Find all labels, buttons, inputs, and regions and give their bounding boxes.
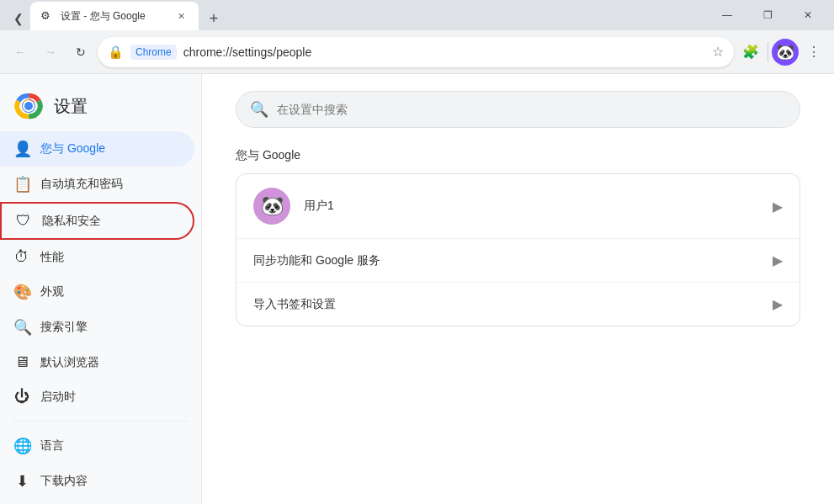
minimize-button[interactable]: —: [708, 2, 746, 29]
card-item-label-import: 导入书签和设置: [253, 297, 759, 312]
sidebar-label-you-google: 您与 Google: [40, 141, 105, 157]
window-controls: — ❐ ✕: [708, 2, 834, 29]
tab-bar: ❮ ⚙ 设置 - 您与 Google ✕ +: [0, 0, 708, 30]
card-item-label-sync: 同步功能和 Google 服务: [253, 253, 759, 268]
sidebar-nav: 👤您与 Google📋自动填充和密码🛡隐私和安全⏱性能🎨外观🔍搜索引擎🖥默认浏览…: [0, 131, 201, 504]
tab-scroll-button[interactable]: ❮: [7, 7, 30, 30]
sidebar-header: 设置: [0, 74, 201, 131]
sidebar-divider-2: [13, 421, 188, 422]
sidebar-item-browser[interactable]: 🖥默认浏览器: [0, 345, 194, 379]
search-input[interactable]: [277, 103, 786, 116]
sidebar-icon-browser: 🖥: [13, 353, 30, 371]
sidebar-icon-language: 🌐: [13, 437, 30, 455]
menu-button[interactable]: ⋮: [800, 39, 827, 66]
chrome-label: Chrome: [130, 45, 177, 60]
sidebar-label-download: 下载内容: [40, 474, 88, 489]
sidebar: 设置 👤您与 Google📋自动填充和密码🛡隐私和安全⏱性能🎨外观🔍搜索引擎🖥默…: [0, 74, 202, 504]
card-item-import[interactable]: 导入书签和设置▶: [236, 283, 799, 326]
settings-page-title: 设置: [54, 95, 88, 118]
content-area: 🔍 您与 Google 🐼用户1▶同步功能和 Google 服务▶导入书签和设置…: [202, 74, 834, 504]
sidebar-label-appearance: 外观: [40, 284, 64, 300]
main-layout: 设置 👤您与 Google📋自动填充和密码🛡隐私和安全⏱性能🎨外观🔍搜索引擎🖥默…: [0, 74, 834, 504]
tab-favicon: ⚙: [40, 9, 54, 23]
extensions-button[interactable]: 🧩: [737, 39, 764, 66]
maximize-button[interactable]: ❐: [748, 2, 787, 29]
sidebar-label-language: 语言: [40, 438, 64, 454]
tab-close-button[interactable]: ✕: [173, 8, 189, 24]
search-icon: 🔍: [250, 100, 268, 119]
sidebar-item-appearance[interactable]: 🎨外观: [0, 274, 194, 310]
url-text: chrome://settings/people: [183, 45, 702, 59]
close-button[interactable]: ✕: [789, 2, 827, 29]
divider: [768, 42, 768, 62]
svg-point-3: [24, 102, 33, 110]
active-tab[interactable]: ⚙ 设置 - 您与 Google ✕: [30, 2, 199, 30]
card-item-arrow-sync: ▶: [773, 252, 783, 268]
sidebar-item-startup[interactable]: ⏻启动时: [0, 379, 194, 414]
section-title: 您与 Google: [236, 148, 800, 163]
reload-button[interactable]: ↻: [67, 39, 94, 66]
card-item-sync[interactable]: 同步功能和 Google 服务▶: [236, 239, 799, 283]
titlebar: ❮ ⚙ 设置 - 您与 Google ✕ + — ❐ ✕: [0, 0, 834, 30]
toolbar-icons: 🧩 🐼 ⋮: [737, 39, 827, 66]
settings-card: 🐼用户1▶同步功能和 Google 服务▶导入书签和设置▶: [236, 173, 800, 326]
sidebar-label-privacy: 隐私和安全: [42, 214, 101, 229]
sidebar-item-download[interactable]: ⬇下载内容: [0, 464, 194, 499]
sidebar-item-search[interactable]: 🔍搜索引擎: [0, 310, 194, 345]
user-avatar: 🐼: [253, 188, 290, 225]
chrome-logo: [13, 91, 44, 121]
profile-button[interactable]: 🐼: [772, 39, 799, 66]
tab-title: 设置 - 您与 Google: [61, 9, 167, 24]
search-box[interactable]: 🔍: [236, 91, 800, 128]
url-bar[interactable]: 🔒 Chrome chrome://settings/people ☆: [98, 37, 734, 67]
addressbar: ← → ↻ 🔒 Chrome chrome://settings/people …: [0, 30, 834, 74]
sidebar-label-browser: 默认浏览器: [40, 355, 99, 370]
sidebar-item-you-google[interactable]: 👤您与 Google: [0, 131, 194, 167]
sidebar-item-performance[interactable]: ⏱性能: [0, 240, 194, 274]
card-item-user1[interactable]: 🐼用户1▶: [236, 174, 799, 239]
bookmark-icon[interactable]: ☆: [712, 44, 724, 60]
profile-icon: 🐼: [776, 43, 794, 61]
sidebar-label-performance: 性能: [40, 250, 64, 265]
url-security-icon: 🔒: [108, 45, 124, 60]
sidebar-icon-privacy: 🛡: [15, 212, 32, 230]
sidebar-icon-performance: ⏱: [13, 248, 30, 266]
sidebar-icon-startup: ⏻: [13, 388, 30, 406]
sidebar-icon-autofill: 📋: [13, 175, 30, 194]
sidebar-item-language[interactable]: 🌐语言: [0, 428, 194, 464]
sidebar-item-autofill[interactable]: 📋自动填充和密码: [0, 167, 194, 202]
sidebar-item-accessibility[interactable]: ♿无障碍: [0, 499, 194, 504]
back-button[interactable]: ←: [7, 39, 34, 66]
forward-button[interactable]: →: [37, 39, 64, 66]
card-item-label-user1: 用户1: [304, 199, 759, 214]
card-item-arrow-user1: ▶: [773, 199, 783, 215]
sidebar-item-privacy[interactable]: 🛡隐私和安全: [0, 202, 194, 240]
card-item-arrow-import: ▶: [773, 296, 783, 312]
sidebar-label-startup: 启动时: [40, 390, 76, 405]
sidebar-icon-appearance: 🎨: [13, 283, 30, 301]
sidebar-icon-download: ⬇: [13, 472, 30, 491]
sidebar-icon-search: 🔍: [13, 318, 30, 337]
sidebar-label-search: 搜索引擎: [40, 320, 88, 335]
new-tab-button[interactable]: +: [202, 7, 226, 30]
sidebar-icon-you-google: 👤: [13, 140, 30, 158]
sidebar-label-autofill: 自动填充和密码: [40, 177, 123, 192]
